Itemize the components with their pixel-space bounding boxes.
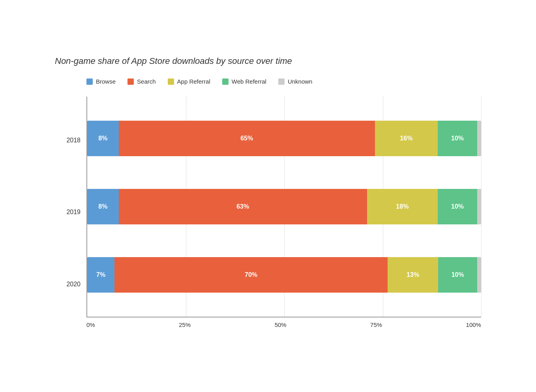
legend-color-search: [127, 78, 134, 85]
legend-color-browse: [86, 78, 93, 85]
bar-row-2018: 8%65%16%10%: [87, 121, 481, 156]
bar-segment-2018-app_referral: 16%: [375, 121, 438, 156]
x-label-50%: 50%: [275, 321, 287, 328]
legend-label-web_referral: Web Referral: [232, 78, 266, 85]
x-label-75%: 75%: [370, 321, 382, 328]
legend-item-app_referral: App Referral: [168, 78, 210, 85]
x-label-100%: 100%: [466, 321, 481, 328]
bar-segment-2019-unknown: [477, 189, 481, 224]
legend-color-web_referral: [222, 78, 229, 85]
y-axis: 201820192020: [55, 97, 86, 328]
bar-segment-2019-browse: 8%: [87, 189, 119, 224]
chart-area: 201820192020 8%65%16%10%8%63%18%10%7%70%…: [55, 97, 481, 328]
bar-segment-2020-web_referral: 10%: [438, 257, 477, 293]
bar-segment-2020-search: 70%: [114, 257, 388, 293]
bar-segment-2020-unknown: [477, 257, 481, 293]
bar-row-2019: 8%63%18%10%: [87, 189, 481, 224]
chart-legend: Browse Search App Referral Web Referral …: [86, 78, 481, 85]
bars-wrapper: 8%65%16%10%8%63%18%10%7%70%13%10%: [87, 97, 481, 317]
x-axis-labels: 0%25%50%75%100%: [86, 321, 481, 328]
legend-item-unknown: Unknown: [278, 78, 313, 85]
x-label-25%: 25%: [179, 321, 191, 328]
bars-and-grid: 8%65%16%10%8%63%18%10%7%70%13%10%: [86, 97, 481, 317]
y-label-2020: 2020: [66, 281, 81, 288]
grid-line-100: [481, 97, 482, 317]
bar-segment-2020-browse: 7%: [87, 257, 114, 293]
bar-segment-2019-web_referral: 10%: [438, 189, 477, 224]
legend-label-unknown: Unknown: [288, 78, 313, 85]
legend-color-unknown: [278, 78, 285, 85]
x-label-0%: 0%: [86, 321, 95, 328]
chart-title: Non-game share of App Store downloads by…: [55, 56, 481, 66]
bar-segment-2020-app_referral: 13%: [388, 257, 438, 293]
legend-label-search: Search: [137, 78, 156, 85]
bar-segment-2018-search: 65%: [119, 121, 375, 156]
bar-segment-2018-browse: 8%: [87, 121, 119, 156]
legend-item-search: Search: [127, 78, 156, 85]
bar-segment-2018-unknown: [477, 121, 481, 156]
bar-segment-2019-search: 63%: [119, 189, 367, 224]
y-label-2018: 2018: [66, 137, 81, 144]
bar-segment-2018-web_referral: 10%: [438, 121, 477, 156]
bar-row-2020: 7%70%13%10%: [87, 257, 481, 293]
chart-container: Non-game share of App Store downloads by…: [31, 40, 505, 352]
legend-label-app_referral: App Referral: [177, 78, 210, 85]
legend-label-browse: Browse: [96, 78, 116, 85]
bar-segment-2019-app_referral: 18%: [367, 189, 438, 224]
legend-item-browse: Browse: [86, 78, 116, 85]
legend-color-app_referral: [168, 78, 174, 85]
y-label-2019: 2019: [66, 209, 81, 216]
legend-item-web_referral: Web Referral: [222, 78, 266, 85]
